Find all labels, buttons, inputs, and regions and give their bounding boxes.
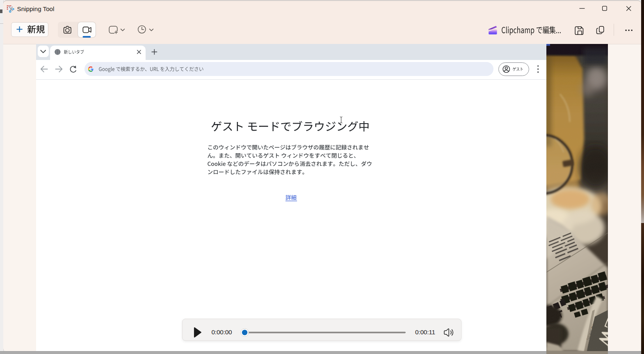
svg-text:0:00:11: 0:00:11: [415, 329, 435, 336]
svg-text:0:00:00: 0:00:00: [212, 329, 232, 336]
svg-text:Snipping Tool: Snipping Tool: [17, 5, 55, 12]
